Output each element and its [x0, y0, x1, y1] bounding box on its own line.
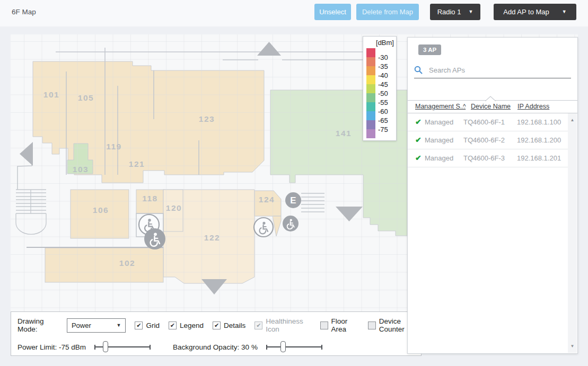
slider-end-tick — [150, 345, 151, 350]
legend-panel: [dBm] -30-35-40-45-50-55-60-65-75 — [363, 36, 397, 141]
checkbox-box[interactable] — [368, 322, 376, 329]
chevron-down-icon: ▼ — [468, 10, 473, 14]
legend-label: -40 — [378, 71, 388, 80]
column-header-device-name[interactable]: Device Name — [471, 103, 511, 110]
drawing-mode-value: Power — [72, 322, 91, 329]
checkbox-label: Legend — [180, 322, 204, 329]
column-header-management-state[interactable]: Management S... — [415, 103, 466, 110]
slider-end-tick — [321, 345, 322, 350]
room-label: 122 — [204, 233, 220, 242]
background-opacity-slider[interactable] — [266, 341, 322, 353]
device-name-cell: TQ4600-6F-2 — [463, 136, 505, 144]
checkbox-label: Floor Area — [331, 317, 359, 333]
ap-count-badge: 3 AP — [418, 44, 441, 55]
legend-swatch — [366, 75, 375, 84]
delete-from-map-button[interactable]: Delete from Map — [356, 4, 419, 20]
legend-swatch — [366, 66, 375, 75]
legend-title: [dBm] — [366, 38, 396, 48]
checkbox-box[interactable] — [320, 322, 328, 329]
legend-swatches — [366, 48, 375, 138]
slider-end-tick — [94, 345, 95, 350]
managed-check-icon: ✔ — [415, 136, 422, 144]
chevron-down-icon: ▼ — [562, 10, 567, 14]
map-controls-bar: Drawing Mode: Power ▼ ✔Grid✔Legend✔Detai… — [11, 311, 422, 356]
room-label: 119 — [106, 142, 122, 151]
room-label: 121 — [129, 159, 145, 168]
radio-select-button[interactable]: Radio 1 ▼ — [430, 4, 480, 20]
managed-check-icon: ✔ — [415, 118, 422, 126]
checkbox-label: Details — [224, 322, 245, 329]
checkbox-label: Grid — [146, 322, 160, 329]
wheelchair-icon — [144, 228, 165, 249]
checkbox-legend[interactable]: ✔Legend — [169, 322, 204, 329]
management-state-cell: Managed — [425, 136, 453, 144]
room-label: 106 — [93, 206, 109, 215]
unselect-button[interactable]: Unselect — [314, 4, 351, 20]
room-label: 102 — [119, 258, 135, 267]
management-state-cell: Managed — [425, 118, 453, 126]
add-ap-label: Add AP to Map — [503, 8, 549, 16]
legend-label: -35 — [378, 62, 388, 71]
legend-swatch — [366, 57, 375, 66]
legend-swatch — [366, 93, 375, 102]
room-label: 123 — [199, 114, 215, 123]
room-label: 101 — [43, 90, 59, 99]
checkbox-box[interactable]: ✔ — [254, 322, 262, 329]
table-header-row: Management S... ^ Device Name IP Address — [408, 100, 577, 113]
scroll-down-arrow[interactable]: ▼ — [568, 344, 577, 349]
add-ap-to-map-button[interactable]: Add AP to Map ▼ — [494, 4, 576, 20]
elevator-icon: E — [285, 192, 301, 208]
legend-label: -65 — [378, 116, 388, 125]
legend-swatch — [366, 111, 375, 120]
checkbox-healthiness-icon: ✔Healthiness Icon — [254, 317, 311, 333]
ip-address-cell: 192.168.1.201 — [517, 154, 561, 162]
checkbox-box[interactable]: ✔ — [213, 322, 221, 329]
power-limit-label: Power Limit: -75 dBm — [17, 343, 86, 351]
table-row[interactable]: ✔ManagedTQ4600-6F-1192.168.1.100 — [408, 113, 568, 131]
legend-swatch — [366, 84, 375, 93]
ip-address-cell: 192.168.1.200 — [517, 136, 561, 144]
power-limit-slider-thumb[interactable] — [103, 341, 108, 352]
header-notch — [485, 96, 496, 101]
wheelchair-icon — [254, 218, 273, 237]
room-label: 120 — [166, 203, 182, 212]
checkbox-group: ✔Grid✔Legend✔Details✔Healthiness IconFlo… — [126, 317, 421, 333]
checkbox-box[interactable]: ✔ — [169, 322, 177, 329]
management-state-cell: Managed — [425, 154, 453, 162]
legend-label: -60 — [378, 107, 388, 116]
wheelchair-icon — [283, 216, 299, 231]
scrollbar[interactable]: ▲ ▼ — [568, 113, 577, 353]
table-row[interactable]: ✔ManagedTQ4600-6F-2192.168.1.200 — [408, 131, 568, 149]
checkbox-box[interactable]: ✔ — [135, 322, 143, 329]
legend-label: -55 — [378, 98, 388, 107]
ip-address-cell: 192.168.1.100 — [517, 118, 561, 126]
slider-end-tick — [266, 345, 267, 350]
legend-labels: -30-35-40-45-50-55-60-65-75 — [375, 48, 395, 138]
chevron-down-icon: ▼ — [117, 323, 121, 328]
search-input[interactable] — [428, 66, 571, 75]
legend-label: -75 — [378, 125, 388, 134]
device-name-cell: TQ4600-6F-3 — [463, 154, 505, 162]
page-title: 6F Map — [12, 8, 36, 16]
background-opacity-label: Background Opacity: 30 % — [173, 343, 258, 351]
radio-select-label: Radio 1 — [437, 8, 461, 16]
background-opacity-slider-thumb[interactable] — [280, 341, 286, 352]
search-bar — [414, 62, 571, 78]
managed-check-icon: ✔ — [415, 154, 422, 162]
scroll-up-arrow[interactable]: ▲ — [568, 118, 577, 122]
drawing-mode-label: Drawing Mode: — [17, 317, 63, 333]
power-limit-slider[interactable] — [94, 341, 151, 353]
room-label: 141 — [336, 129, 352, 138]
svg-text:E: E — [290, 195, 296, 206]
legend-label: -45 — [378, 80, 388, 89]
top-toolbar: 6F Map Unselect Delete from Map Radio 1 … — [0, 0, 588, 26]
ap-table-rows: ✔ManagedTQ4600-6F-1192.168.1.100✔Managed… — [408, 113, 568, 167]
checkbox-floor-area[interactable]: Floor Area — [320, 317, 359, 333]
column-header-ip-address[interactable]: IP Address — [517, 103, 549, 110]
checkbox-details[interactable]: ✔Details — [213, 322, 245, 329]
slider-track — [266, 346, 322, 347]
legend-swatch — [366, 48, 375, 57]
checkbox-grid[interactable]: ✔Grid — [135, 322, 160, 329]
table-row[interactable]: ✔ManagedTQ4600-6F-3192.168.1.201 — [408, 149, 568, 167]
drawing-mode-select[interactable]: Power ▼ — [67, 318, 126, 333]
